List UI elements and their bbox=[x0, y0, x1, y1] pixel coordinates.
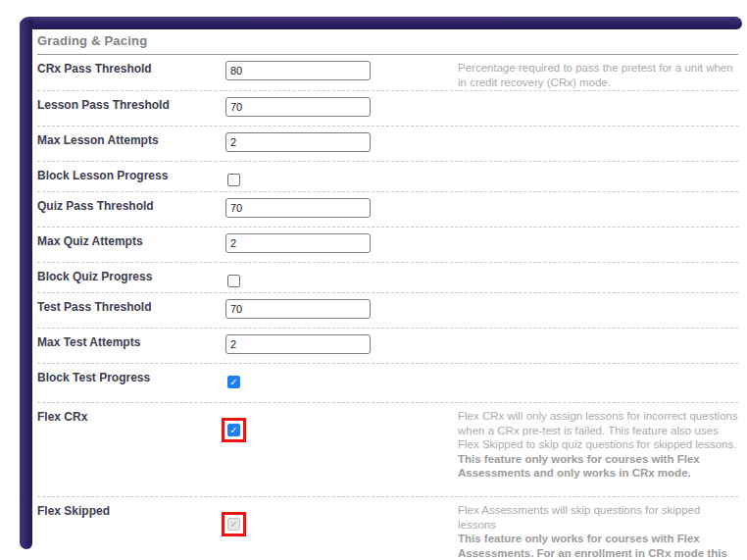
setting-control bbox=[225, 334, 458, 354]
setting-control bbox=[225, 233, 458, 253]
setting-control bbox=[225, 299, 458, 319]
setting-label-flex_skipped: Flex Skipped bbox=[37, 503, 225, 518]
help-text: Percentage required to pass the pretest … bbox=[458, 61, 738, 89]
setting-row-max_test_attempts: Max Test Attempts bbox=[37, 329, 738, 364]
setting-control bbox=[225, 168, 458, 191]
test_pass_threshold-input[interactable] bbox=[225, 299, 371, 319]
max_test_attempts-input[interactable] bbox=[225, 334, 371, 354]
setting-control: ✓ bbox=[225, 503, 458, 536]
max_lesson_attempts-input[interactable] bbox=[225, 132, 371, 152]
setting-label-crx_pass_threshold: CRx Pass Threshold bbox=[37, 61, 225, 76]
settings-rows: CRx Pass ThresholdPercentage required to… bbox=[37, 55, 738, 560]
flex_crx-checkbox-checked[interactable]: ✓ bbox=[227, 424, 240, 436]
flex_skipped-highlight-box: ✓ bbox=[222, 512, 246, 536]
setting-row-flex_skipped: Flex Skipped✓Flex Assessments will skip … bbox=[37, 497, 738, 560]
block_test_progress-checkbox-checked[interactable]: ✓ bbox=[227, 376, 240, 388]
setting-label-lesson_pass_threshold: Lesson Pass Threshold bbox=[37, 97, 225, 112]
setting-control bbox=[225, 132, 458, 152]
setting-label-block_lesson_progress: Block Lesson Progress bbox=[37, 168, 225, 182]
setting-label-flex_crx: Flex CRx bbox=[37, 409, 225, 424]
max_quiz_attempts-input[interactable] bbox=[225, 233, 371, 253]
setting-row-test_pass_threshold: Test Pass Threshold bbox=[37, 293, 738, 329]
flex_crx-highlight-box: ✓ bbox=[222, 418, 246, 442]
lesson_pass_threshold-input[interactable] bbox=[225, 97, 371, 117]
setting-row-crx_pass_threshold: CRx Pass ThresholdPercentage required to… bbox=[37, 55, 738, 91]
setting-help-flex_crx: Flex CRx will only assign lessons for in… bbox=[458, 409, 738, 481]
setting-row-lesson_pass_threshold: Lesson Pass Threshold bbox=[37, 91, 738, 127]
panel-frame-left bbox=[20, 20, 32, 549]
block_lesson_progress-checkbox[interactable] bbox=[227, 174, 240, 186]
setting-help-flex_skipped: Flex Assessments will skip questions for… bbox=[458, 503, 738, 560]
setting-control bbox=[225, 97, 458, 117]
setting-help-crx_pass_threshold: Percentage required to pass the pretest … bbox=[458, 61, 738, 89]
setting-label-max_quiz_attempts: Max Quiz Attempts bbox=[37, 233, 225, 248]
help-text: This feature only works for courses with… bbox=[458, 532, 738, 560]
setting-row-block_quiz_progress: Block Quiz Progress bbox=[37, 263, 738, 293]
setting-row-block_test_progress: Block Test Progress✓ bbox=[37, 364, 738, 403]
setting-control bbox=[225, 61, 458, 80]
setting-label-test_pass_threshold: Test Pass Threshold bbox=[37, 299, 225, 314]
crx_pass_threshold-input[interactable] bbox=[225, 61, 371, 80]
setting-label-max_test_attempts: Max Test Attempts bbox=[37, 334, 225, 349]
setting-control: ✓ bbox=[225, 409, 458, 442]
setting-row-max_lesson_attempts: Max Lesson Attempts bbox=[37, 127, 738, 162]
setting-control bbox=[225, 269, 458, 292]
setting-label-quiz_pass_threshold: Quiz Pass Threshold bbox=[37, 198, 225, 213]
setting-control bbox=[225, 198, 458, 218]
quiz_pass_threshold-input[interactable] bbox=[225, 198, 371, 218]
setting-row-quiz_pass_threshold: Quiz Pass Threshold bbox=[37, 192, 738, 228]
setting-row-max_quiz_attempts: Max Quiz Attempts bbox=[37, 228, 738, 263]
grading-pacing-panel: Grading & Pacing CRx Pass ThresholdPerce… bbox=[32, 28, 742, 560]
setting-control: ✓ bbox=[225, 370, 458, 393]
setting-row-flex_crx: Flex CRx✓Flex CRx will only assign lesso… bbox=[37, 403, 738, 497]
help-text: Flex CRx will only assign lessons for in… bbox=[458, 409, 738, 452]
help-text: Flex Assessments will skip questions for… bbox=[458, 503, 738, 532]
setting-label-block_test_progress: Block Test Progress bbox=[37, 370, 225, 384]
flex_skipped-checkbox-checked: ✓ bbox=[227, 518, 240, 531]
help-text: This feature only works for courses with… bbox=[458, 452, 738, 481]
setting-row-block_lesson_progress: Block Lesson Progress bbox=[37, 162, 738, 192]
page-title: Grading & Pacing bbox=[37, 28, 738, 54]
setting-label-block_quiz_progress: Block Quiz Progress bbox=[37, 269, 225, 283]
setting-label-max_lesson_attempts: Max Lesson Attempts bbox=[37, 132, 225, 147]
block_quiz_progress-checkbox[interactable] bbox=[227, 275, 240, 287]
